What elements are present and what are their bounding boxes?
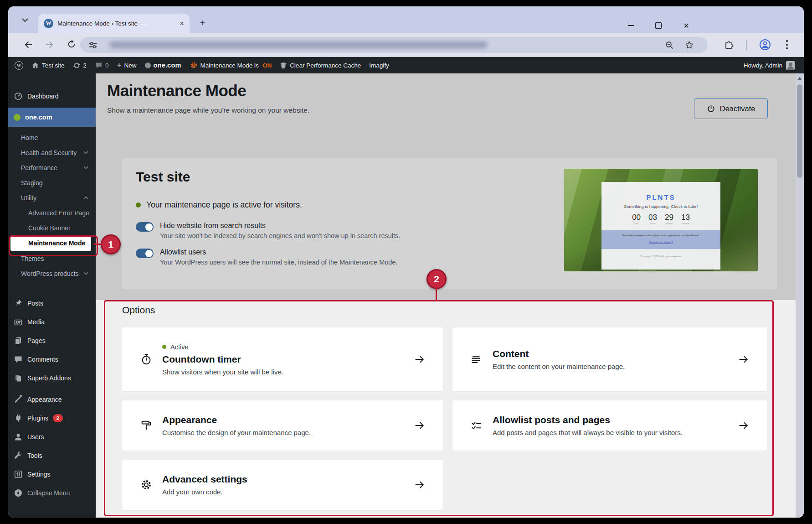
browser-tab[interactable]: W Maintenance Mode ‹ Test site — ×: [38, 14, 190, 33]
hide-from-search-toggle[interactable]: [136, 222, 154, 232]
sidebar-item-label: Dashboard: [27, 93, 59, 100]
countdown-value: 03: [648, 213, 657, 222]
browser-toolbar: [8, 33, 804, 57]
onecom-green-icon: [14, 114, 21, 121]
admin-bar-site-name[interactable]: Test site: [31, 62, 65, 69]
media-icon: [14, 317, 23, 327]
pages-icon: [14, 336, 23, 345]
reload-icon[interactable]: [67, 39, 77, 49]
admin-bar-onecom[interactable]: one.com: [145, 62, 181, 69]
plug-icon: [14, 414, 23, 423]
sidebar-item-home[interactable]: Home: [8, 130, 96, 145]
sidebar-item-comments[interactable]: Comments: [8, 352, 96, 367]
sidebar-item-label: Collapse Menu: [27, 489, 70, 497]
sidebar-item-advanced-error-page[interactable]: Advanced Error Page: [8, 205, 96, 220]
menu-dots-icon[interactable]: [786, 40, 788, 50]
admin-bar-new[interactable]: + New: [117, 61, 137, 70]
power-icon: [707, 104, 715, 113]
tab-strip: W Maintenance Mode ‹ Test site — × + ×: [8, 6, 804, 33]
new-tab-button[interactable]: +: [196, 16, 209, 29]
admin-bar-clear-cache[interactable]: Clear Performance Cache: [280, 62, 361, 69]
extensions-puzzle-icon[interactable]: [724, 39, 735, 50]
sidebar-item-label: Plugins: [27, 415, 48, 422]
sidebar-item-performance[interactable]: Performance: [8, 160, 96, 175]
page-title: Maintenance Mode: [107, 82, 246, 100]
sidebar-item-appearance[interactable]: Appearance: [8, 392, 96, 407]
maintenance-status-value: ON: [262, 62, 272, 69]
chevron-down-icon: [83, 272, 88, 275]
bookmark-star-icon[interactable]: [684, 40, 694, 50]
back-icon[interactable]: [23, 39, 34, 50]
onecom-brand-label: one.com: [154, 62, 181, 69]
sidebar-item-label: WordPress products: [21, 270, 79, 277]
admin-bar-maintenance-status[interactable]: Maintenance Mode is ON: [190, 61, 272, 69]
site-name-label: Test site: [42, 62, 65, 69]
maintenance-page-preview: PLNTS Something is happening. Check in l…: [564, 169, 758, 271]
sidebar-item-label: Staging: [21, 179, 42, 187]
sidebar-item-cookie-banner[interactable]: Cookie Banner: [8, 220, 96, 235]
countdown-value: 29: [665, 213, 673, 222]
window-minimize-button[interactable]: [624, 19, 637, 32]
sidebar-item-media[interactable]: Media: [8, 314, 96, 330]
sidebar-item-posts[interactable]: Posts: [8, 296, 96, 311]
preview-notice: To enable newsletter subscriptions user …: [601, 234, 720, 237]
sidebar-item-health-and-security[interactable]: Health and Security: [8, 145, 96, 160]
allowlist-users-toggle[interactable]: [136, 249, 154, 258]
admin-bar-imagify[interactable]: Imagify: [369, 62, 389, 69]
sidebar-item-dashboard[interactable]: Dashboard: [8, 88, 96, 104]
tab-search-button[interactable]: [18, 13, 32, 27]
profile-avatar-icon[interactable]: [759, 39, 771, 51]
admin-bar-account[interactable]: Howdy, Admin: [744, 61, 795, 70]
collapse-arrow-icon: [14, 488, 23, 498]
sidebar-item-users[interactable]: Users: [8, 429, 96, 445]
status-text: Your maintenance page is active for visi…: [146, 200, 302, 210]
scrollbar-up-arrow[interactable]: [797, 77, 802, 80]
pin-icon: [14, 299, 23, 308]
sidebar-item-superb-addons[interactable]: Superb Addons: [8, 370, 96, 386]
window-maximize-button[interactable]: [652, 19, 665, 32]
countdown-unit: Seconds: [681, 223, 690, 225]
site-card-title: Test site: [136, 169, 190, 185]
tab-close-icon[interactable]: ×: [180, 20, 184, 27]
dashboard-icon: [14, 92, 23, 101]
sidebar-item-label: Users: [27, 433, 44, 441]
zoom-out-icon[interactable]: [665, 41, 674, 50]
settings-sliders-icon: [14, 470, 23, 479]
sidebar-item-plugins[interactable]: Plugins 2: [8, 410, 96, 426]
sidebar-item-settings[interactable]: Settings: [8, 467, 96, 482]
comment-bubble-icon: [14, 355, 23, 364]
admin-bar-updates[interactable]: 2: [73, 62, 87, 69]
wp-logo-menu[interactable]: W: [15, 61, 23, 70]
admin-bar-comments[interactable]: 0: [95, 62, 109, 69]
countdown-unit: Days: [632, 223, 641, 225]
sidebar-item-utility[interactable]: Utility: [8, 190, 96, 205]
page-scrollbar[interactable]: [796, 73, 804, 518]
sidebar-item-staging[interactable]: Staging: [8, 175, 96, 190]
deactivate-button[interactable]: Deactivate: [694, 98, 768, 119]
sidebar-item-onecom[interactable]: one.com: [8, 108, 96, 127]
sidebar-item-pages[interactable]: Pages: [8, 333, 96, 348]
scrollbar-thumb[interactable]: [797, 84, 802, 178]
wp-sidebar: Dashboard one.com Home Health and Securi…: [8, 73, 96, 518]
brush-icon: [14, 395, 23, 404]
forward-icon[interactable]: [44, 39, 55, 50]
comments-count: 0: [105, 62, 109, 69]
screenshot-root: W Maintenance Mode ‹ Test site — × + ×: [0, 0, 812, 524]
sidebar-item-label: Posts: [27, 300, 43, 307]
wordpress-logo-icon: W: [15, 61, 23, 70]
sidebar-item-wordpress-products[interactable]: WordPress products: [8, 266, 96, 281]
sidebar-item-collapse-menu[interactable]: Collapse Menu: [8, 485, 96, 501]
countdown-value: 13: [681, 213, 690, 222]
hero-section: Maintenance Mode Show a maintenance page…: [96, 73, 796, 300]
active-dot-icon: [136, 202, 141, 208]
address-bar[interactable]: [80, 37, 708, 53]
sidebar-item-label: Settings: [27, 471, 51, 478]
user-avatar: [786, 61, 795, 70]
site-settings-icon[interactable]: [88, 41, 98, 50]
window-close-button[interactable]: ×: [680, 19, 693, 32]
chevron-down-icon: [83, 151, 88, 154]
url-redacted-blur: [109, 42, 488, 48]
sidebar-item-label: Appearance: [27, 396, 62, 403]
sidebar-item-tools[interactable]: Tools: [8, 448, 96, 463]
gear-icon: [190, 61, 198, 69]
